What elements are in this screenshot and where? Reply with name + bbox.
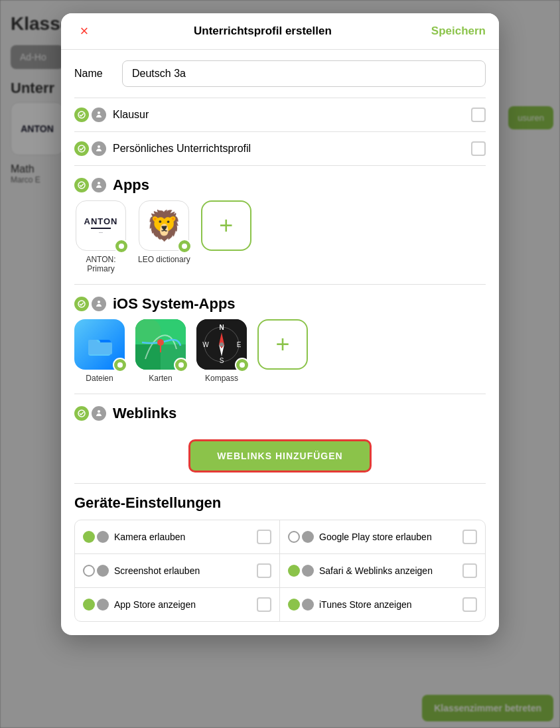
- weblinks-add-button[interactable]: WEBLINKS HINZUFÜGEN: [188, 439, 371, 473]
- klausur-label: Klausur: [113, 109, 471, 121]
- app-dateien[interactable]: Dateien: [74, 319, 125, 383]
- gerate-safari-green-icon: [288, 565, 300, 577]
- gerate-googleplay-gray-icon: [302, 531, 314, 543]
- add-ios-plus-icon: +: [275, 332, 289, 356]
- gerate-screenshot-gray-outline-icon: [83, 565, 95, 577]
- app-karten-label: Karten: [149, 374, 172, 383]
- app-karten-badge: [174, 358, 188, 372]
- name-field-row: Name: [74, 50, 486, 98]
- klausur-icons: [74, 108, 106, 122]
- app-dateien-badge: [113, 358, 127, 372]
- app-anton-badge: [114, 239, 129, 254]
- klausur-gray-icon: [92, 108, 106, 122]
- svg-text:S: S: [220, 357, 224, 364]
- gerate-googleplay-label: Google Play store erlauben: [319, 532, 457, 542]
- svg-text:E: E: [237, 341, 242, 348]
- apps-section-header: Apps: [74, 166, 486, 200]
- gerate-screenshot-icons: [83, 565, 109, 577]
- app-leo-label: LEO dictionary: [138, 255, 190, 264]
- persoenliches-label: Persönliches Unterrichtsprofil: [113, 143, 471, 155]
- gerate-grid: Kamera erlauben Google Play store erlaub…: [74, 520, 486, 622]
- add-ios-wrapper: +: [257, 319, 308, 370]
- gerate-itunes-label: iTunes Store anzeigen: [319, 599, 457, 610]
- svg-point-7: [98, 301, 100, 303]
- gerate-appstore-green-icon: [83, 599, 95, 611]
- app-kompass-badge: [235, 358, 249, 372]
- gerate-kamera-cell: Kamera erlauben: [75, 520, 280, 554]
- gerate-safari-label: Safari & Weblinks anzeigen: [319, 565, 457, 576]
- persoenliches-checkbox[interactable]: [471, 141, 486, 156]
- save-button[interactable]: Speichern: [431, 25, 486, 38]
- svg-point-5: [98, 182, 100, 184]
- name-input[interactable]: [122, 60, 486, 87]
- apps-header-icons: [74, 178, 106, 192]
- gerate-screenshot-label: Screenshot erlauben: [114, 565, 251, 576]
- gerate-appstore-icons: [83, 599, 109, 611]
- name-label: Name: [74, 68, 114, 80]
- weblinks-gray-icon: [92, 406, 106, 421]
- persoenliches-row: Persönliches Unterrichtsprofil: [74, 132, 486, 166]
- weblinks-header-icons: [74, 406, 106, 421]
- ios-section-header: iOS System-Apps: [74, 285, 486, 319]
- apps-grid: ANTON ··· ANTON: Primary 🦁: [74, 200, 486, 285]
- ios-header-icons: [74, 297, 106, 311]
- gerate-appstore-cell: App Store anzeigen: [75, 588, 280, 621]
- svg-point-27: [98, 410, 100, 413]
- apps-green-icon: [74, 178, 89, 192]
- weblinks-section-label: Weblinks: [113, 405, 486, 422]
- app-anton-label: ANTON: Primary: [74, 255, 127, 273]
- gerate-googleplay-icons: [288, 531, 314, 543]
- modal-container: × Unterrichtsprofil erstellen Speichern …: [61, 13, 499, 635]
- app-leo[interactable]: 🦁 LEO dictionary: [138, 200, 190, 273]
- app-leo-wrapper: 🦁: [139, 200, 189, 251]
- app-karten[interactable]: Karten: [135, 319, 186, 383]
- gerate-kamera-green-icon: [83, 531, 95, 543]
- apps-gray-icon: [92, 178, 106, 192]
- modal-header: × Unterrichtsprofil erstellen Speichern: [61, 13, 499, 50]
- gerate-googleplay-cell: Google Play store erlauben: [280, 520, 485, 554]
- gerate-kamera-icons: [83, 531, 109, 543]
- persoenliches-gray-icon: [92, 141, 106, 156]
- add-app-wrapper: +: [201, 200, 251, 251]
- ios-green-icon: [74, 297, 89, 311]
- gerate-title: Geräte-Einstellungen: [74, 494, 221, 511]
- gerate-kamera-label: Kamera erlauben: [114, 532, 251, 542]
- app-karten-wrapper: [135, 319, 186, 370]
- gerate-screenshot-gray-icon: [97, 565, 109, 577]
- gerate-screenshot-cell: Screenshot erlauben: [75, 554, 280, 588]
- add-ios-button[interactable]: +: [257, 319, 308, 383]
- ios-section-label: iOS System-Apps: [113, 295, 486, 313]
- app-leo-badge: [177, 239, 192, 254]
- app-kompass-wrapper: N S W E: [196, 319, 247, 370]
- gerate-googleplay-checkbox[interactable]: [462, 530, 477, 544]
- persoenliches-green-icon: [74, 141, 89, 156]
- add-ios-icon: +: [257, 319, 308, 370]
- gerate-screenshot-checkbox[interactable]: [257, 563, 271, 578]
- weblinks-btn-wrapper: WEBLINKS HINZUFÜGEN: [74, 429, 486, 484]
- gerate-itunes-green-icon: [288, 599, 300, 611]
- modal-body: Name Klausur: [61, 50, 499, 635]
- svg-point-3: [98, 145, 100, 148]
- gerate-safari-icons: [288, 565, 314, 577]
- gerate-itunes-icons: [288, 599, 314, 611]
- gerate-safari-checkbox[interactable]: [462, 563, 477, 578]
- gerate-itunes-checkbox[interactable]: [462, 597, 477, 612]
- app-dateien-wrapper: [74, 319, 125, 370]
- ios-gray-icon: [92, 297, 106, 311]
- add-app-plus-icon: +: [219, 214, 233, 238]
- klausur-row: Klausur: [74, 98, 486, 132]
- modal-overlay: × Unterrichtsprofil erstellen Speichern …: [0, 0, 560, 728]
- app-anton[interactable]: ANTON ··· ANTON: Primary: [74, 200, 127, 273]
- app-kompass[interactable]: N S W E Kom: [196, 319, 247, 383]
- close-button[interactable]: ×: [74, 24, 94, 38]
- anton-subtitle: ···: [99, 230, 103, 235]
- gerate-header: Geräte-Einstellungen: [74, 484, 486, 520]
- app-dateien-label: Dateien: [86, 374, 113, 383]
- add-app-button[interactable]: +: [201, 200, 251, 273]
- gerate-appstore-checkbox[interactable]: [257, 597, 271, 612]
- svg-point-1: [98, 111, 100, 114]
- klausur-checkbox[interactable]: [471, 108, 486, 122]
- persoenliches-icons: [74, 141, 106, 156]
- gerate-kamera-checkbox[interactable]: [257, 530, 271, 544]
- gerate-googleplay-gray-outline-icon: [288, 531, 300, 543]
